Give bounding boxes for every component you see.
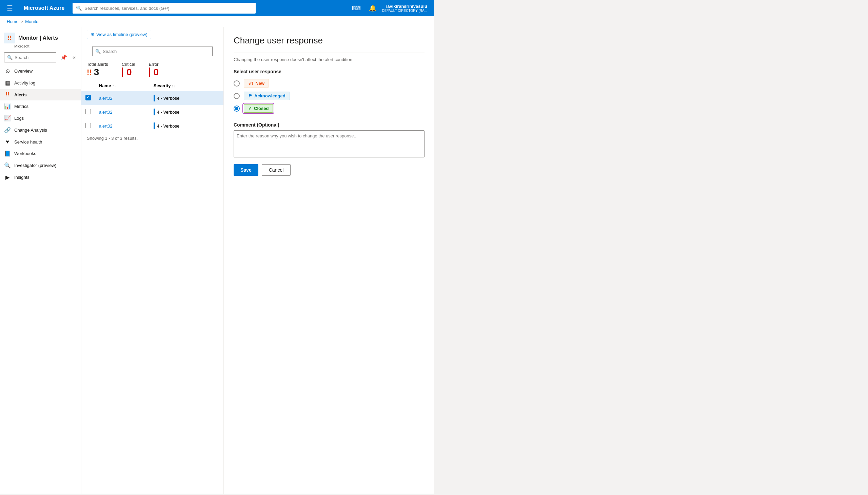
panel-description: Changing the user response doesn't affec… — [234, 57, 425, 62]
sidebar-item-investigator[interactable]: 🔍 Investigator (preview) — [0, 159, 81, 171]
sidebar-item-change-analysis[interactable]: 🔗 Change Analysis — [0, 124, 81, 136]
comment-textarea[interactable] — [234, 130, 425, 157]
timeline-icon: ⊞ — [90, 32, 94, 37]
new-label: New — [255, 81, 264, 86]
breadcrumb-separator: > — [21, 19, 23, 24]
total-alerts-count: Total alerts !! 3 — [87, 62, 108, 78]
save-button[interactable]: Save — [234, 164, 259, 176]
critical-bar-icon — [122, 68, 123, 77]
global-search-bar[interactable]: 🔍 — [73, 3, 256, 14]
badge-new[interactable]: ↙! New — [244, 79, 269, 87]
sidebar-search-icon: 🔍 — [7, 55, 13, 60]
severity-text: 4 - Verbose — [157, 96, 180, 101]
sidebar-item-metrics[interactable]: 📊 Metrics — [0, 100, 81, 112]
error-count: Error 0 — [149, 62, 159, 78]
sidebar-item-service-health[interactable]: ♥ Service health — [0, 136, 81, 148]
sidebar-subtitle: Microsoft — [0, 44, 81, 51]
badge-closed[interactable]: ✓ Closed — [244, 104, 273, 113]
table-row[interactable]: alert024 - Verbose — [82, 91, 224, 105]
terminal-icon[interactable]: ⌨ — [349, 3, 364, 13]
radio-option-acknowledged[interactable]: ⚑ Acknowledged — [234, 91, 425, 100]
search-icon: 🔍 — [76, 5, 82, 11]
radio-acknowledged[interactable] — [234, 93, 240, 99]
center-search-input[interactable] — [103, 49, 210, 54]
radio-closed[interactable] — [234, 105, 240, 112]
breadcrumb-monitor[interactable]: Monitor — [25, 19, 40, 24]
view-as-timeline-button[interactable]: ⊞ View as timeline (preview) — [87, 30, 151, 39]
alerts-table: Name ↑↓ Severity ↑↓ alert024 - Verboseal… — [82, 81, 224, 133]
alert-name-link[interactable]: alert02 — [99, 109, 112, 115]
severity-indicator — [154, 95, 155, 101]
collapse-icon[interactable]: « — [71, 53, 77, 62]
sidebar-label-service-health: Service health — [14, 139, 42, 144]
sidebar-label-overview: Overview — [14, 69, 33, 74]
bell-icon[interactable]: 🔔 — [366, 3, 379, 13]
center-search-wrapper: 🔍 — [82, 42, 224, 56]
severity-text: 4 - Verbose — [157, 109, 180, 115]
col-name-header[interactable]: Name ↑↓ — [95, 81, 149, 91]
sidebar-item-logs[interactable]: 📈 Logs — [0, 112, 81, 124]
radio-option-new[interactable]: ↙! New — [234, 79, 425, 87]
sidebar-item-activity-log[interactable]: ▦ Activity log — [0, 77, 81, 89]
total-alerts-number: 3 — [94, 67, 99, 78]
sidebar-label-activity-log: Activity log — [14, 81, 35, 85]
sidebar-label-logs: Logs — [14, 116, 24, 121]
activity-log-icon: ▦ — [4, 80, 11, 86]
global-search-input[interactable] — [85, 6, 252, 11]
user-dir: DEFAULT DIRECTORY (RA... — [382, 9, 427, 13]
sidebar: !! Monitor | Alerts Microsoft 🔍 📌 « ⊙ Ov… — [0, 27, 82, 494]
radio-option-closed[interactable]: ✓ Closed — [234, 104, 425, 113]
breadcrumb-home[interactable]: Home — [7, 19, 19, 24]
table-row[interactable]: alert024 - Verbose — [82, 105, 224, 119]
sidebar-item-workbooks[interactable]: 📘 Workbooks — [0, 148, 81, 159]
center-search-box[interactable]: 🔍 — [92, 46, 213, 56]
logs-icon: 📈 — [4, 115, 11, 121]
critical-count: Critical 0 — [122, 62, 135, 78]
error-number: 0 — [154, 67, 159, 78]
pin-icon[interactable]: 📌 — [59, 53, 69, 62]
workbooks-icon: 📘 — [4, 150, 11, 157]
top-nav: ☰ Microsoft Azure 🔍 ⌨ 🔔 ravikiransriniva… — [0, 0, 434, 16]
sidebar-item-alerts[interactable]: !! Alerts — [0, 89, 81, 100]
severity-indicator — [154, 122, 155, 129]
critical-label: Critical — [122, 62, 135, 67]
sidebar-item-overview[interactable]: ⊙ Overview — [0, 65, 81, 77]
critical-value-row: 0 — [122, 67, 135, 78]
user-info[interactable]: ravikiransrinivasulu DEFAULT DIRECTORY (… — [382, 4, 430, 13]
view-btn-label: View as timeline (preview) — [96, 32, 147, 37]
alerts-table-wrapper: Name ↑↓ Severity ↑↓ alert024 - Verboseal… — [82, 81, 224, 494]
total-alerts-label: Total alerts — [87, 62, 108, 67]
azure-logo: Microsoft Azure — [20, 5, 69, 11]
sidebar-search-box[interactable]: 🔍 — [4, 52, 56, 63]
overview-icon: ⊙ — [4, 68, 11, 74]
ack-label: Acknowledged — [254, 93, 285, 98]
badge-acknowledged[interactable]: ⚑ Acknowledged — [244, 91, 290, 100]
row-checkbox-row2[interactable] — [86, 109, 91, 114]
sidebar-label-insights: Insights — [14, 175, 30, 180]
investigator-icon: 🔍 — [4, 162, 11, 169]
row-checkbox-row1[interactable] — [86, 95, 91, 100]
closed-label: Closed — [254, 106, 268, 111]
sidebar-search-input[interactable] — [15, 55, 53, 60]
radio-new[interactable] — [234, 81, 240, 86]
sidebar-label-workbooks: Workbooks — [14, 151, 36, 156]
alert-name-link[interactable]: alert02 — [99, 96, 112, 101]
row-checkbox-row3[interactable] — [86, 123, 91, 128]
sidebar-header: !! Monitor | Alerts — [0, 27, 81, 46]
name-sort-icon: ↑↓ — [112, 84, 116, 88]
table-row[interactable]: alert024 - Verbose — [82, 119, 224, 133]
center-panel: ⊞ View as timeline (preview) 🔍 Total ale… — [82, 27, 224, 494]
sidebar-title: Monitor | Alerts — [18, 35, 58, 41]
select-response-label: Select user response — [234, 69, 425, 74]
sidebar-actions: 🔍 📌 « — [0, 51, 81, 65]
alerts-icon: !! — [4, 91, 11, 98]
cancel-button[interactable]: Cancel — [262, 164, 291, 176]
table-footer-text: Showing 1 - 3 of 3 results. — [87, 136, 138, 141]
hamburger-icon[interactable]: ☰ — [4, 3, 16, 14]
alert-name-link[interactable]: alert02 — [99, 123, 112, 129]
severity-text: 4 - Verbose — [157, 123, 180, 129]
main-layout: !! Monitor | Alerts Microsoft 🔍 📌 « ⊙ Ov… — [0, 27, 434, 494]
sidebar-item-insights[interactable]: ▶ Insights — [0, 171, 81, 183]
service-health-icon: ♥ — [4, 139, 11, 145]
col-severity-header[interactable]: Severity ↑↓ — [149, 81, 224, 91]
